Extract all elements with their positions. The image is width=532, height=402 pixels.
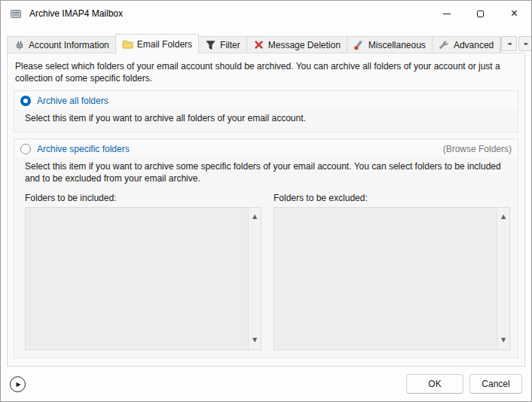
maximize-button[interactable] bbox=[463, 1, 497, 26]
tab-label: Miscellaneous bbox=[368, 40, 426, 50]
tab-label: Account Information bbox=[29, 40, 109, 50]
archive-all-radio[interactable] bbox=[20, 96, 31, 106]
tab-label: Filter bbox=[220, 40, 240, 50]
included-folders-listbox[interactable]: ▲ ▼ bbox=[25, 207, 261, 350]
play-button[interactable]: ▶ bbox=[10, 376, 26, 392]
archive-all-label[interactable]: Archive all folders bbox=[37, 96, 109, 106]
tab-filter[interactable]: Filter bbox=[198, 36, 247, 53]
miscellaneous-icon bbox=[353, 40, 365, 50]
excluded-folders-label: Folders to be excluded: bbox=[274, 192, 510, 204]
tab-scroll-left-button[interactable]: ◄ bbox=[501, 36, 517, 51]
included-listbox-scrollbar[interactable]: ▲ ▼ bbox=[248, 208, 261, 349]
archive-specific-description: Select this item if you want to archive … bbox=[25, 160, 512, 184]
scroll-left-icon: ◄ bbox=[507, 41, 511, 47]
archive-all-folders-section: Archive all folders Select this item if … bbox=[14, 90, 518, 132]
browse-folders-link[interactable]: (Browse Folders) bbox=[443, 144, 512, 154]
tab-email-folders[interactable]: Email Folders bbox=[115, 34, 199, 53]
tab-account-information[interactable]: Account Information bbox=[7, 36, 116, 53]
caption-buttons: × bbox=[430, 1, 531, 26]
tab-scroll-right-button[interactable]: ► bbox=[518, 36, 532, 51]
excluded-folders-listbox[interactable]: ▲ ▼ bbox=[274, 207, 510, 350]
cancel-button[interactable]: Cancel bbox=[469, 374, 522, 394]
tab-message-deletion[interactable]: Message Deletion bbox=[246, 36, 347, 53]
excluded-listbox-scrollbar[interactable]: ▲ ▼ bbox=[497, 208, 509, 349]
archive-specific-radio[interactable] bbox=[20, 144, 31, 154]
footer: ▶ OK Cancel bbox=[1, 367, 531, 401]
tab-label: Message Deletion bbox=[268, 40, 341, 50]
archive-specific-radio-row[interactable]: Archive specific folders (Browse Folders… bbox=[14, 139, 518, 157]
scroll-up-icon[interactable]: ▲ bbox=[252, 208, 257, 226]
archive-all-description: Select this item if you want to archive … bbox=[14, 109, 518, 132]
maximize-icon bbox=[477, 11, 484, 17]
footer-buttons: OK Cancel bbox=[406, 374, 522, 394]
close-button[interactable]: × bbox=[497, 1, 531, 26]
dialog-window: Archive IMAP4 Mailbox × Account Informat… bbox=[0, 0, 532, 402]
minimize-button[interactable] bbox=[430, 1, 463, 26]
tab-scroll-buttons: ◄ ► bbox=[501, 36, 532, 51]
email-folders-icon bbox=[122, 39, 133, 50]
included-folders-label: Folders to be included: bbox=[25, 192, 261, 204]
filter-icon bbox=[205, 40, 216, 50]
window-title: Archive IMAP4 Mailbox bbox=[29, 8, 123, 19]
ok-button[interactable]: OK bbox=[406, 374, 463, 394]
scroll-down-icon[interactable]: ▼ bbox=[501, 331, 506, 349]
close-icon: × bbox=[511, 8, 518, 20]
tab-miscellaneous[interactable]: Miscellaneous bbox=[347, 36, 433, 53]
included-folders-column: Folders to be included: ▲ ▼ bbox=[25, 192, 261, 350]
scroll-up-icon[interactable]: ▲ bbox=[501, 208, 506, 226]
account-icon bbox=[14, 40, 25, 50]
archive-all-radio-row[interactable]: Archive all folders bbox=[14, 91, 518, 109]
archive-mailbox-icon bbox=[10, 8, 22, 20]
archive-specific-folders-section: Archive specific folders (Browse Folders… bbox=[14, 139, 518, 358]
message-deletion-icon bbox=[253, 40, 264, 50]
minimize-icon bbox=[443, 14, 451, 14]
play-icon: ▶ bbox=[16, 381, 20, 388]
email-folders-tab-page: Please select which folders of your emai… bbox=[7, 53, 525, 367]
scroll-down-icon[interactable]: ▼ bbox=[252, 331, 257, 349]
tabstrip: Account Information Email Folders Filter bbox=[7, 34, 525, 53]
advanced-icon bbox=[439, 40, 450, 50]
folder-columns: Folders to be included: ▲ ▼ Folders to b… bbox=[25, 192, 512, 350]
scroll-right-icon: ► bbox=[524, 41, 528, 47]
archive-specific-body: Select this item if you want to archive … bbox=[14, 157, 518, 358]
tab-label: Advanced bbox=[454, 40, 494, 50]
intro-text: Please select which folders of your emai… bbox=[15, 60, 517, 84]
tab-label: Email Folders bbox=[137, 39, 192, 50]
excluded-folders-column: Folders to be excluded: ▲ ▼ bbox=[274, 192, 510, 350]
titlebar[interactable]: Archive IMAP4 Mailbox × bbox=[1, 1, 531, 26]
tab-advanced[interactable]: Advanced bbox=[432, 36, 500, 53]
archive-specific-label[interactable]: Archive specific folders bbox=[37, 144, 130, 154]
